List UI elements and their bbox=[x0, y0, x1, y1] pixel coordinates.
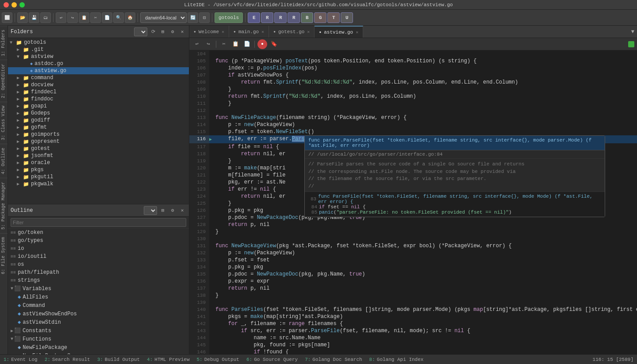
code-editor[interactable]: 104 105 func (p *PackageView) posText(po… bbox=[189, 50, 637, 354]
tree-item-finddoc[interactable]: ▶ 📁 finddoc bbox=[8, 96, 189, 103]
outline-section-functions[interactable]: ▼ ⬛ Functions bbox=[8, 335, 189, 343]
build-btn-R2[interactable]: R bbox=[274, 12, 287, 23]
outline-item-gotypes[interactable]: ≡≡ go/types bbox=[8, 237, 189, 245]
tree-item-finddecl[interactable]: ▶ 📁 finddecl bbox=[8, 88, 189, 96]
bookmark-icon[interactable]: 🔖 bbox=[269, 39, 279, 49]
outline-item-gotoken[interactable]: ≡≡ go/token bbox=[8, 229, 189, 237]
tree-item-git[interactable]: ▶ 📁 .git bbox=[8, 46, 189, 53]
status-item-6[interactable]: 6: Go Source Query bbox=[246, 357, 298, 362]
sidebar-tab-classview[interactable]: 3: Class View bbox=[0, 102, 8, 144]
outline-item-path[interactable]: ≡≡ path/filepath bbox=[8, 268, 189, 276]
stop-run-button[interactable]: ● bbox=[257, 39, 267, 49]
build-target-combo[interactable]: darwin64-local bbox=[140, 12, 187, 23]
maximize-button[interactable] bbox=[19, 2, 25, 8]
build-env-R1[interactable]: E bbox=[248, 12, 260, 23]
undo-button[interactable]: ↩ bbox=[56, 12, 66, 23]
outline-combo[interactable] bbox=[144, 206, 157, 215]
find-button[interactable]: 🔍 bbox=[113, 12, 124, 23]
cut-button[interactable]: ✂ bbox=[90, 12, 101, 23]
tree-item-gopresent[interactable]: ▶ 📁 gopresent bbox=[8, 138, 189, 145]
tree-item-gofmt[interactable]: ▶ 📁 gofmt bbox=[8, 124, 189, 131]
tab-maingo[interactable]: ● main.go ✕ bbox=[229, 26, 269, 38]
tree-item-command[interactable]: ▶ 📁 command bbox=[8, 74, 189, 81]
sidebar-tab-openeditor[interactable]: 2: OpenEditor bbox=[0, 60, 8, 102]
outline-settings-icon[interactable]: ⚙ bbox=[169, 207, 177, 215]
close-button[interactable] bbox=[4, 2, 9, 8]
status-item-7[interactable]: 7: Golang Doc Search bbox=[305, 357, 362, 362]
build-btn-G[interactable]: G bbox=[314, 12, 326, 23]
status-item-4[interactable]: 4: HTML Preview bbox=[147, 357, 189, 362]
tree-item-gotest[interactable]: ▶ 📁 gotest bbox=[8, 145, 189, 152]
undo-ed-button[interactable]: ↩ bbox=[192, 39, 202, 49]
tree-item-jsonfmt[interactable]: ▶ 📁 jsonfmt bbox=[8, 152, 189, 159]
outline-item-os[interactable]: ≡≡ os bbox=[8, 261, 189, 268]
stop-button[interactable]: ⊡ bbox=[199, 12, 210, 23]
folders-sync-icon[interactable]: ⟳ bbox=[149, 28, 157, 36]
refresh-button[interactable]: 🔄 bbox=[188, 12, 198, 23]
home-button[interactable]: 🏠 bbox=[125, 12, 135, 23]
tree-item-docview[interactable]: ▶ 📁 docview bbox=[8, 81, 189, 88]
tree-item-oracle[interactable]: ▶ 📁 oracle bbox=[8, 159, 189, 166]
paste-ed-icon[interactable]: 📄 bbox=[242, 39, 252, 49]
outline-section-constants[interactable]: ▶ ⬛ Constants bbox=[8, 326, 189, 335]
window-controls[interactable] bbox=[4, 2, 25, 8]
outline-filter-input[interactable] bbox=[11, 218, 186, 227]
outline-item-astviewstdin[interactable]: ◆ astViewStdin bbox=[8, 318, 189, 326]
outline-grid-icon[interactable]: ⊞ bbox=[159, 207, 167, 215]
folders-settings-icon[interactable]: ⚙ bbox=[169, 28, 177, 36]
outline-item-strings[interactable]: ≡≡ strings bbox=[8, 276, 189, 284]
folders-combo[interactable] bbox=[134, 27, 147, 36]
tree-item-pkgwalk[interactable]: ▶ 📁 pkgwalk bbox=[8, 180, 189, 188]
tree-item-godiff[interactable]: ▶ 📁 godiff bbox=[8, 117, 189, 124]
status-item-5[interactable]: 5: Debug Output bbox=[197, 357, 239, 362]
outline-item-io[interactable]: ≡≡ io bbox=[8, 245, 189, 253]
tab-close-icon3[interactable]: ✕ bbox=[307, 29, 310, 34]
build-btn-B[interactable]: B bbox=[301, 12, 313, 23]
tree-item-gotools[interactable]: ▼ 📁 gotools bbox=[8, 39, 189, 46]
outline-item-allfiles[interactable]: ◆ AllFiles bbox=[8, 293, 189, 301]
outline-section-variables[interactable]: ▼ ⬛ Variables bbox=[8, 284, 189, 293]
new-file-button[interactable]: ⬜ bbox=[2, 12, 12, 23]
sidebar-tab-filesystem[interactable]: 6: File System bbox=[0, 233, 8, 278]
sidebar-tab-folders[interactable]: 1: Folders bbox=[0, 26, 8, 60]
tree-item-goapi[interactable]: ▶ 📁 goapi bbox=[8, 103, 189, 110]
copy-ed-icon[interactable]: 📋 bbox=[230, 39, 240, 49]
build-btn-R3[interactable]: R bbox=[288, 12, 300, 23]
sidebar-tab-pkgmgr[interactable]: 5: Package Manager bbox=[0, 178, 8, 233]
outline-close-icon[interactable]: ✕ bbox=[178, 207, 186, 215]
tree-item-astview[interactable]: ▼ 📁 astview bbox=[8, 53, 189, 60]
tab-close-icon4[interactable]: ✕ bbox=[356, 30, 358, 35]
tree-item-godeps[interactable]: ▶ 📁 Godeps bbox=[8, 110, 189, 117]
build-btn-R[interactable]: R bbox=[261, 12, 273, 23]
paste-button[interactable]: 📄 bbox=[102, 12, 112, 23]
open-button[interactable]: 📂 bbox=[17, 12, 28, 23]
build-btn-U[interactable]: U bbox=[341, 12, 353, 23]
outline-item-command[interactable]: ◆ Command bbox=[8, 301, 189, 310]
tab-close-icon2[interactable]: ✕ bbox=[261, 29, 264, 34]
save-all-button[interactable]: 🗂 bbox=[40, 12, 51, 23]
redo-button[interactable]: ↪ bbox=[67, 12, 78, 23]
status-item-2[interactable]: 2: Search Result bbox=[45, 357, 90, 362]
status-item-1[interactable]: 1: Event Log bbox=[4, 357, 38, 362]
tree-item-astdoc[interactable]: ◆ astdoc.go bbox=[8, 60, 189, 67]
outline-item-astviewshowendpos[interactable]: ◆ astViewShowEndPos bbox=[8, 310, 189, 318]
status-item-8[interactable]: 8: Golang Api Index bbox=[369, 357, 424, 362]
tab-close-icon[interactable]: ✕ bbox=[222, 29, 224, 34]
sidebar-tab-outline[interactable]: 4: Outline bbox=[0, 144, 8, 178]
tab-gotestgo[interactable]: ● gotest.go ✕ bbox=[269, 26, 315, 38]
tab-astviewgo[interactable]: ● astview.go ✕ bbox=[315, 26, 363, 38]
tree-item-pkgs[interactable]: ▶ 📁 pkgs bbox=[8, 166, 189, 173]
build-btn-T[interactable]: T bbox=[327, 12, 340, 23]
copy-button[interactable]: 📋 bbox=[79, 12, 89, 23]
folders-close-icon[interactable]: ✕ bbox=[178, 28, 186, 36]
folders-grid-icon[interactable]: ⊞ bbox=[159, 28, 167, 36]
tree-item-astview-go[interactable]: ◆ astview.go bbox=[8, 67, 189, 74]
status-item-3[interactable]: 3: Build Output bbox=[97, 357, 140, 362]
tree-item-pkgutil[interactable]: ▶ 📁 pkgutil bbox=[8, 173, 189, 180]
tree-item-goimports[interactable]: ▶ 📁 goimports bbox=[8, 131, 189, 138]
save-button[interactable]: 💾 bbox=[29, 12, 39, 23]
outline-item-newfilepackage[interactable]: ◆ NewFilePackage bbox=[8, 343, 189, 352]
outline-item-ioioutil[interactable]: ≡≡ io/ioutil bbox=[8, 253, 189, 261]
tab-welcome[interactable]: ● Welcome ✕ bbox=[189, 26, 229, 38]
minimize-button[interactable] bbox=[12, 2, 17, 8]
